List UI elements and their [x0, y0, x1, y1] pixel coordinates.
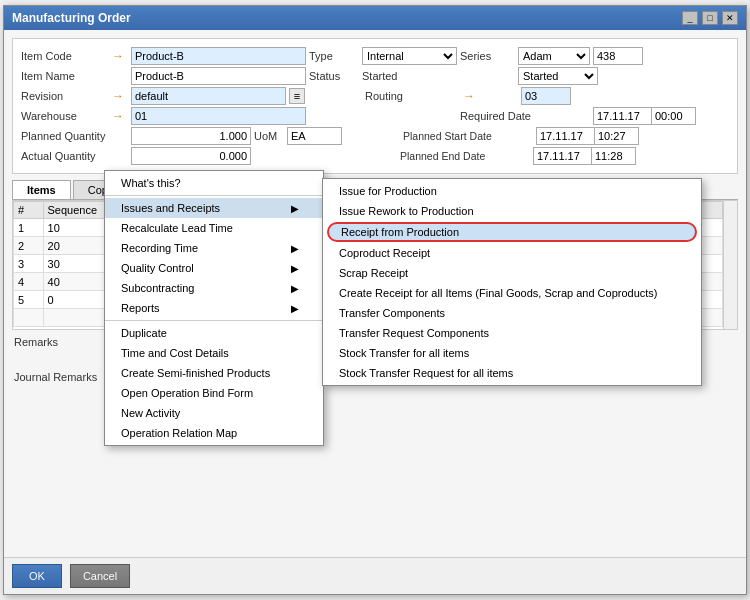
menu-time-cost[interactable]: Time and Cost Details [105, 343, 323, 363]
submenu-transfer-components[interactable]: Transfer Components [323, 303, 701, 323]
type-label: Type [309, 50, 359, 62]
menu-open-operation[interactable]: Open Operation Bind Form [105, 383, 323, 403]
menu-quality-control[interactable]: Quality Control ▶ [105, 258, 323, 278]
warehouse-label: Warehouse [21, 110, 109, 122]
close-button[interactable]: ✕ [722, 11, 738, 25]
submenu-receipt-production[interactable]: Receipt from Production [327, 222, 697, 242]
menu-whats-this[interactable]: What's this? [105, 173, 323, 193]
series-label: Series [460, 50, 515, 62]
req-date-label: Required Date [460, 110, 515, 122]
revision-arrow: → [112, 89, 128, 103]
revision-label: Revision [21, 90, 109, 102]
planned-qty-label: Planned Quantity [21, 130, 109, 142]
menu-create-semi[interactable]: Create Semi-finished Products [105, 363, 323, 383]
series-select[interactable]: Adam [518, 47, 590, 65]
planned-end-input[interactable] [533, 147, 593, 165]
submenu-stock-transfer-request[interactable]: Stock Transfer Request for all items [323, 363, 701, 383]
submenu-transfer-request[interactable]: Transfer Request Components [323, 323, 701, 343]
status-select[interactable]: Started [518, 67, 598, 85]
menu-reports[interactable]: Reports ▶ [105, 298, 323, 318]
manufacturing-order-window: Manufacturing Order _ □ ✕ Item Code → Ty… [3, 5, 747, 595]
uom-label: UoM [254, 130, 284, 142]
item-name-input[interactable] [131, 67, 306, 85]
reports-arrow: ▶ [291, 303, 299, 314]
title-bar: Manufacturing Order _ □ ✕ [4, 6, 746, 30]
item-name-label: Item Name [21, 70, 109, 82]
menu-new-activity[interactable]: New Activity [105, 403, 323, 423]
window-controls: _ □ ✕ [682, 11, 738, 25]
status-label: Status [309, 70, 359, 82]
planned-end-time[interactable] [591, 147, 636, 165]
routing-label: Routing [365, 90, 460, 102]
menu-operation-relation[interactable]: Operation Relation Map [105, 423, 323, 443]
table-scrollbar[interactable] [723, 201, 737, 329]
submenu-issues-receipts: Issue for Production Issue Rework to Pro… [322, 178, 702, 386]
planned-start-input[interactable] [536, 127, 596, 145]
req-date-input[interactable] [593, 107, 653, 125]
uom-input[interactable] [287, 127, 342, 145]
maximize-button[interactable]: □ [702, 11, 718, 25]
submenu-coproduct-receipt[interactable]: Coproduct Receipt [323, 243, 701, 263]
menu-recalculate[interactable]: Recalculate Lead Time [105, 218, 323, 238]
menu-duplicate[interactable]: Duplicate [105, 323, 323, 343]
submenu-create-receipt-all[interactable]: Create Receipt for all Items (Final Good… [323, 283, 701, 303]
col-num[interactable]: # [14, 202, 44, 219]
submenu-arrow: ▶ [291, 203, 299, 214]
window-title: Manufacturing Order [12, 11, 131, 25]
actual-qty-input[interactable] [131, 147, 251, 165]
menu-recording-time[interactable]: Recording Time ▶ [105, 238, 323, 258]
type-select[interactable]: Internal [362, 47, 457, 65]
revision-input[interactable] [131, 87, 286, 105]
actual-qty-label: Actual Quantity [21, 150, 109, 162]
form-area: Item Code → Type Internal Series Adam It… [12, 38, 738, 174]
warehouse-input[interactable] [131, 107, 306, 125]
menu-divider-1 [105, 195, 323, 196]
tab-items[interactable]: Items [12, 180, 71, 199]
planned-start-time[interactable] [594, 127, 639, 145]
action-buttons-bar: OK Cancel [4, 557, 746, 594]
submenu-scrap-receipt[interactable]: Scrap Receipt [323, 263, 701, 283]
context-menu: What's this? Issues and Receipts ▶ Recal… [104, 170, 324, 446]
req-time-input[interactable] [651, 107, 696, 125]
menu-divider-2 [105, 320, 323, 321]
menu-subcontracting[interactable]: Subcontracting ▶ [105, 278, 323, 298]
item-code-arrow: → [112, 49, 128, 63]
item-code-label: Item Code [21, 50, 109, 62]
window-content: Item Code → Type Internal Series Adam It… [4, 30, 746, 557]
routing-arrow: → [463, 89, 518, 103]
submenu-stock-transfer[interactable]: Stock Transfer for all items [323, 343, 701, 363]
subcontracting-arrow: ▶ [291, 283, 299, 294]
routing-input[interactable] [521, 87, 571, 105]
minimize-button[interactable]: _ [682, 11, 698, 25]
recording-arrow: ▶ [291, 243, 299, 254]
remarks-label: Remarks [14, 336, 104, 348]
status-value: Started [362, 70, 457, 82]
planned-start-label: Planned Start Date [403, 130, 458, 142]
ok-button[interactable]: OK [12, 564, 62, 588]
submenu-issue-rework[interactable]: Issue Rework to Production [323, 201, 701, 221]
submenu-issue-production[interactable]: Issue for Production [323, 181, 701, 201]
warehouse-arrow: → [112, 109, 128, 123]
planned-end-label: Planned End Date [400, 150, 455, 162]
journal-remarks-label: Journal Remarks [14, 371, 104, 383]
revision-browse-btn[interactable]: ≡ [289, 88, 305, 104]
quality-arrow: ▶ [291, 263, 299, 274]
series-num-input[interactable] [593, 47, 643, 65]
cancel-button[interactable]: Cancel [70, 564, 130, 588]
planned-qty-input[interactable] [131, 127, 251, 145]
item-code-input[interactable] [131, 47, 306, 65]
menu-issues-receipts[interactable]: Issues and Receipts ▶ [105, 198, 323, 218]
